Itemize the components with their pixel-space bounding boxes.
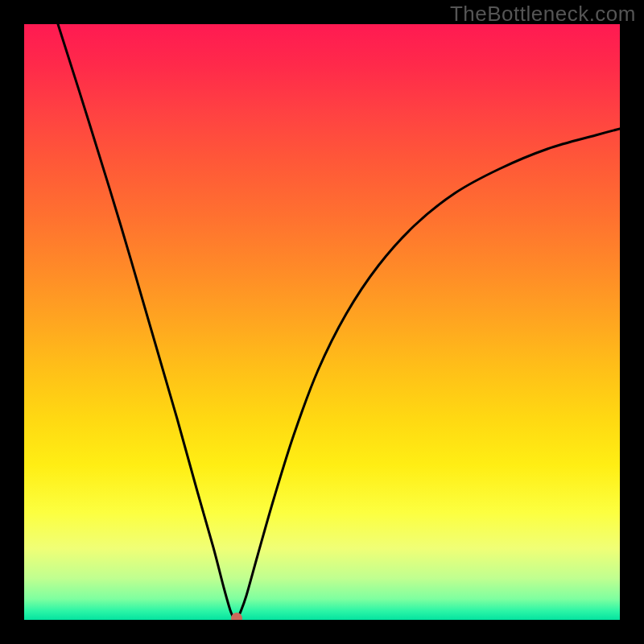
minimum-marker-dot — [231, 613, 242, 620]
bottleneck-curve — [58, 24, 620, 620]
watermark-text: TheBottleneck.com — [450, 2, 636, 27]
chart-frame: TheBottleneck.com — [0, 0, 644, 644]
curve-svg — [24, 24, 620, 620]
plot-area — [24, 24, 620, 620]
